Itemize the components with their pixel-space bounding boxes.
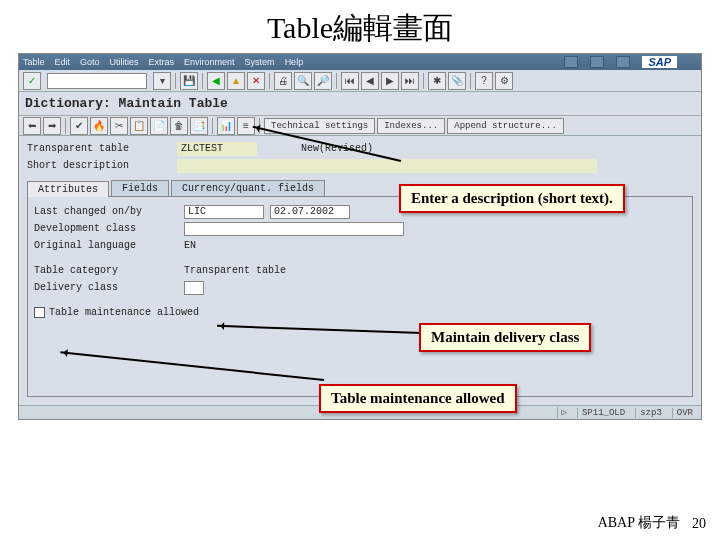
copy-icon[interactable]: 📋 [130, 117, 148, 135]
nav-back-icon[interactable]: ⬅ [23, 117, 41, 135]
tab-fields[interactable]: Fields [111, 180, 169, 196]
delete-icon[interactable]: 🗑 [170, 117, 188, 135]
command-field[interactable] [47, 73, 147, 89]
shortcut-icon[interactable]: 📎 [448, 72, 466, 90]
callout-delivery-class: Maintain delivery class [419, 323, 591, 352]
find-next-icon[interactable]: 🔎 [314, 72, 332, 90]
table-name-value: ZLCTEST [177, 142, 257, 156]
indexes-button[interactable]: Indexes... [377, 118, 445, 134]
other-icon[interactable]: 📑 [190, 117, 208, 135]
callout-short-desc: Enter a description (short text). [399, 184, 625, 213]
table-type-label: Transparent table [27, 143, 177, 154]
screen-title: Dictionary: Maintain Table [19, 92, 701, 116]
status-mode: OVR [672, 408, 697, 418]
content-area: Transparent table ZLCTEST New(Revised) S… [19, 136, 701, 405]
tab-panel-attributes: Last changed on/by LIC 02.07.2002 Develo… [27, 197, 693, 397]
activate-icon[interactable]: 🔥 [90, 117, 108, 135]
layout-icon[interactable]: ⚙ [495, 72, 513, 90]
technical-settings-button[interactable]: Technical settings [264, 118, 375, 134]
menu-goto[interactable]: Goto [80, 57, 100, 67]
menu-table[interactable]: Table [23, 57, 45, 67]
cut-icon[interactable]: ✂ [110, 117, 128, 135]
delivery-class-input[interactable] [184, 281, 204, 295]
slide-title: Table編輯畫面 [0, 0, 720, 53]
sap-window: Table Edit Goto Utilities Extras Environ… [18, 53, 702, 420]
application-toolbar: ⬅ ➡ ✔ 🔥 ✂ 📋 📄 🗑 📑 📊 ≡ Technical settings… [19, 116, 701, 136]
tab-currency-quant[interactable]: Currency/quant. fields [171, 180, 325, 196]
prev-page-icon[interactable]: ◀ [361, 72, 379, 90]
check-icon[interactable]: ✔ [70, 117, 88, 135]
menu-edit[interactable]: Edit [55, 57, 71, 67]
tab-attributes[interactable]: Attributes [27, 181, 109, 197]
enter-icon[interactable]: ✓ [23, 72, 41, 90]
delivery-class-label: Delivery class [34, 282, 184, 293]
back-icon[interactable]: ◀ [207, 72, 225, 90]
table-maint-checkbox[interactable] [34, 307, 45, 318]
menu-system[interactable]: System [245, 57, 275, 67]
append-structure-button[interactable]: Append structure... [447, 118, 564, 134]
dev-class-label: Development class [34, 223, 184, 234]
cancel-icon[interactable]: ✕ [247, 72, 265, 90]
first-page-icon[interactable]: ⏮ [341, 72, 359, 90]
table-category-value: Transparent table [184, 265, 286, 276]
callout-table-maint: Table maintenance allowed [319, 384, 517, 413]
window-min-icon[interactable] [564, 56, 578, 68]
table-category-label: Table category [34, 265, 184, 276]
paste-icon[interactable]: 📄 [150, 117, 168, 135]
last-changed-by-input[interactable]: LIC [184, 205, 264, 219]
graphic-icon[interactable]: 📊 [217, 117, 235, 135]
status-tray-icon[interactable]: ▷ [557, 407, 571, 418]
last-changed-label: Last changed on/by [34, 206, 184, 217]
slide-footer: ABAP 楊子青 [598, 514, 680, 532]
last-page-icon[interactable]: ⏭ [401, 72, 419, 90]
find-icon[interactable]: 🔍 [294, 72, 312, 90]
dropdown-icon[interactable]: ▾ [153, 72, 171, 90]
menubar: Table Edit Goto Utilities Extras Environ… [19, 54, 701, 70]
new-session-icon[interactable]: ✱ [428, 72, 446, 90]
slide-page-number: 20 [692, 516, 706, 532]
status-client: szp3 [635, 408, 666, 418]
nav-fwd-icon[interactable]: ➡ [43, 117, 61, 135]
table-maint-label: Table maintenance allowed [49, 307, 199, 318]
menu-extras[interactable]: Extras [149, 57, 175, 67]
menu-utilities[interactable]: Utilities [110, 57, 139, 67]
window-max-icon[interactable] [590, 56, 604, 68]
window-close-icon[interactable] [616, 56, 630, 68]
standard-toolbar: ✓ ▾ 💾 ◀ ▲ ✕ 🖨 🔍 🔎 ⏮ ◀ ▶ ⏭ ✱ 📎 ? ⚙ [19, 70, 701, 92]
dev-class-input[interactable] [184, 222, 404, 236]
next-page-icon[interactable]: ▶ [381, 72, 399, 90]
short-desc-input[interactable] [177, 159, 597, 173]
help-icon[interactable]: ? [475, 72, 493, 90]
short-desc-label: Short description [27, 160, 177, 171]
exit-icon[interactable]: ▲ [227, 72, 245, 90]
sap-logo: SAP [642, 56, 677, 68]
orig-lang-label: Original language [34, 240, 184, 251]
menu-environment[interactable]: Environment [184, 57, 235, 67]
menu-help[interactable]: Help [285, 57, 304, 67]
status-system: SP11_OLD [577, 408, 629, 418]
last-changed-on-input[interactable]: 02.07.2002 [270, 205, 350, 219]
print-icon[interactable]: 🖨 [274, 72, 292, 90]
save-icon[interactable]: 💾 [180, 72, 198, 90]
orig-lang-value: EN [184, 240, 196, 251]
